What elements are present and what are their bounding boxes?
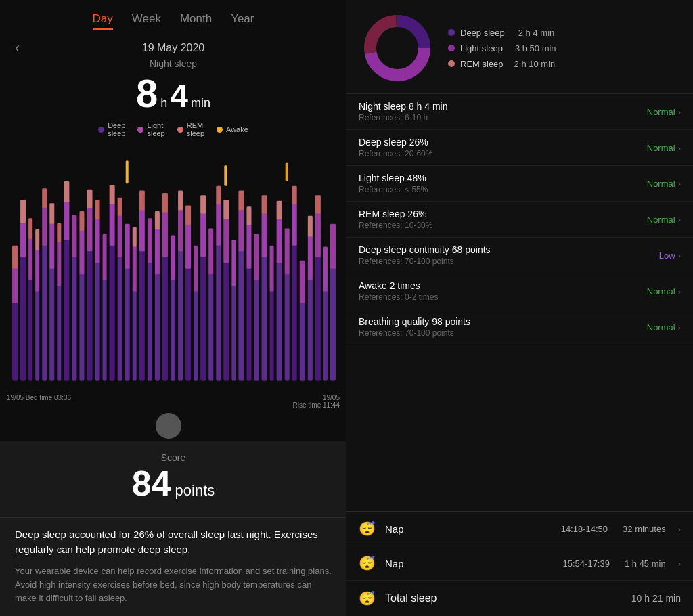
deep-sleep-label: Deepsleep bbox=[108, 121, 125, 137]
donut-rem-dot bbox=[448, 60, 455, 67]
svg-rect-9 bbox=[72, 255, 76, 380]
sleep-chart-svg bbox=[7, 140, 340, 393]
svg-rect-7 bbox=[57, 284, 61, 381]
metric-deep-continuity[interactable]: Deep sleep continuity 68 points Referenc… bbox=[346, 238, 693, 273]
chevron-icon: › bbox=[678, 179, 681, 189]
svg-rect-56 bbox=[103, 234, 107, 280]
svg-rect-102 bbox=[155, 211, 160, 229]
metric-deep-sleep-ref: References: 20-60% bbox=[359, 149, 432, 158]
nap-label-2: Nap bbox=[385, 558, 554, 569]
metric-night-sleep-ref: References: 6-10 h bbox=[359, 113, 448, 123]
total-sleep-label: Total sleep bbox=[385, 592, 622, 604]
svg-rect-75 bbox=[246, 224, 251, 269]
donut-light-label: Light sleep bbox=[460, 43, 503, 53]
metric-awake[interactable]: Awake 2 times References: 0-2 times Norm… bbox=[346, 273, 693, 309]
metric-night-sleep-status: Normal › bbox=[647, 107, 681, 117]
chevron-icon: › bbox=[678, 322, 681, 332]
scroll-handle[interactable] bbox=[156, 413, 181, 439]
svg-rect-108 bbox=[223, 200, 229, 219]
svg-rect-46 bbox=[28, 238, 32, 280]
svg-rect-107 bbox=[216, 186, 221, 204]
light-sleep-label: Lightsleep bbox=[147, 121, 164, 137]
metric-rem-sleep-status: Normal › bbox=[647, 215, 681, 225]
svg-rect-63 bbox=[155, 228, 160, 274]
svg-rect-68 bbox=[194, 246, 198, 292]
sleep-minutes: 4 bbox=[170, 77, 188, 114]
svg-rect-69 bbox=[200, 213, 206, 257]
nap-row-1[interactable]: 😴 Nap 14:18-14:50 32 minutes › bbox=[346, 512, 693, 546]
svg-rect-98 bbox=[110, 185, 115, 204]
svg-rect-80 bbox=[285, 228, 290, 274]
metrics-list: Night sleep 8 h 4 min References: 6-10 h… bbox=[346, 94, 693, 511]
svg-rect-30 bbox=[231, 284, 236, 381]
svg-rect-81 bbox=[292, 203, 297, 246]
metric-deep-sleep[interactable]: Deep sleep 26% References: 20-60% Normal… bbox=[346, 130, 693, 166]
donut-deep-time: 2 h 4 min bbox=[518, 28, 554, 38]
status-normal-label: Normal bbox=[647, 107, 675, 117]
metric-deep-continuity-status: Low › bbox=[659, 250, 681, 261]
svg-rect-76 bbox=[254, 234, 259, 280]
metric-rem-sleep[interactable]: REM sleep 26% References: 10-30% Normal … bbox=[346, 202, 693, 238]
tab-month[interactable]: Month bbox=[180, 12, 212, 30]
svg-rect-5 bbox=[42, 243, 47, 380]
date-navigation: ‹ 19 May 2020 bbox=[0, 39, 346, 56]
insight-sub-text: Your wearable device can help record exe… bbox=[15, 565, 332, 605]
insight-main-text: Deep sleep accounted for 26% of overall … bbox=[15, 527, 332, 558]
metric-night-sleep[interactable]: Night sleep 8 h 4 min References: 6-10 h… bbox=[346, 94, 693, 130]
sleep-hours: 8 bbox=[136, 70, 158, 116]
left-panel: Day Week Month Year ‹ 19 May 2020 Night … bbox=[0, 0, 346, 616]
svg-rect-89 bbox=[28, 218, 32, 238]
metric-breathing-ref: References: 70-100 points bbox=[359, 328, 470, 338]
nap-icon-1: 😴 bbox=[359, 521, 376, 537]
metric-light-sleep[interactable]: Light sleep 48% References: < 55% Normal… bbox=[346, 166, 693, 202]
svg-rect-53 bbox=[79, 229, 84, 274]
metric-breathing[interactable]: Breathing quality 98 points References: … bbox=[346, 309, 693, 345]
svg-rect-117 bbox=[224, 165, 227, 185]
right-panel: Deep sleep 2 h 4 min Light sleep 3 h 50 … bbox=[346, 0, 693, 616]
svg-rect-65 bbox=[171, 236, 175, 280]
svg-rect-116 bbox=[126, 160, 129, 183]
svg-rect-62 bbox=[148, 218, 152, 263]
svg-rect-17 bbox=[133, 289, 137, 380]
tab-day[interactable]: Day bbox=[93, 12, 113, 30]
nap-row-2[interactable]: 😴 Nap 15:54-17:39 1 h 45 min › bbox=[346, 546, 693, 581]
svg-rect-105 bbox=[185, 206, 191, 225]
rem-sleep-dot bbox=[177, 127, 183, 133]
donut-light-sleep: Light sleep 3 h 50 min bbox=[448, 43, 556, 53]
prev-arrow[interactable]: ‹ bbox=[15, 39, 20, 57]
svg-rect-39 bbox=[300, 301, 305, 381]
svg-rect-11 bbox=[87, 249, 92, 381]
svg-rect-18 bbox=[139, 249, 145, 381]
tab-week[interactable]: Week bbox=[132, 12, 161, 30]
status-normal-label: Normal bbox=[647, 143, 675, 153]
score-section: Score 84 points bbox=[0, 441, 346, 517]
status-normal-label: Normal bbox=[647, 179, 675, 189]
svg-rect-106 bbox=[200, 195, 206, 213]
donut-deep-dot bbox=[448, 29, 455, 36]
svg-rect-100 bbox=[133, 227, 137, 247]
svg-rect-79 bbox=[277, 218, 282, 263]
chevron-icon: › bbox=[678, 215, 681, 225]
night-sleep-label: Night sleep bbox=[0, 58, 346, 69]
donut-light-time: 3 h 50 min bbox=[515, 43, 556, 53]
sleep-min-label: min bbox=[191, 96, 210, 110]
awake-label: Awake bbox=[226, 125, 248, 133]
svg-rect-38 bbox=[292, 243, 297, 380]
metric-breathing-title: Breathing quality 98 points bbox=[359, 316, 470, 327]
svg-rect-49 bbox=[49, 223, 54, 269]
tab-year[interactable]: Year bbox=[231, 12, 254, 30]
chevron-icon: › bbox=[678, 286, 681, 296]
svg-rect-114 bbox=[308, 216, 313, 236]
svg-rect-32 bbox=[246, 266, 251, 380]
svg-rect-12 bbox=[95, 261, 100, 381]
total-sleep-time: 10 h 21 min bbox=[631, 593, 681, 604]
donut-rem-time: 2 h 10 min bbox=[514, 59, 556, 69]
svg-rect-58 bbox=[118, 215, 122, 257]
metric-breathing-status: Normal › bbox=[647, 322, 681, 332]
sleep-chart bbox=[7, 140, 340, 393]
svg-rect-15 bbox=[118, 255, 122, 380]
svg-rect-103 bbox=[162, 193, 168, 213]
nap-label-1: Nap bbox=[385, 523, 552, 535]
svg-rect-90 bbox=[35, 229, 39, 250]
rise-time-label: 19/05Rise time 11:44 bbox=[293, 394, 340, 409]
